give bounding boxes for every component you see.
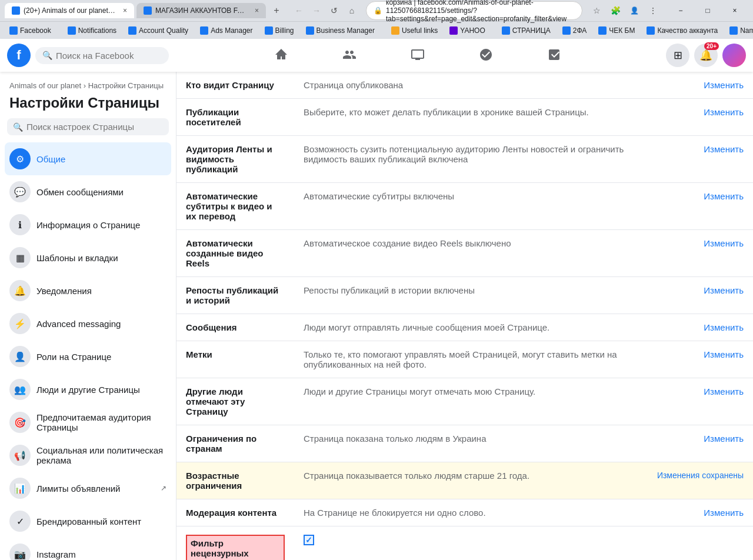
label-audience-visibility: Аудитория Ленты и видимость публикаций bbox=[176, 136, 294, 183]
bookmark-billing[interactable]: Billing bbox=[260, 25, 299, 36]
nav-groups[interactable] bbox=[453, 41, 519, 69]
bookmark-stranitsa[interactable]: СТРАНИЦА bbox=[497, 25, 555, 36]
edit-auto-reels[interactable]: Изменить bbox=[704, 238, 744, 248]
sidebar-item-people-label: Люди и другие Страницы bbox=[36, 385, 166, 395]
sidebar-item-instagram-label: Instagram bbox=[36, 549, 166, 559]
bookmark-yahoo[interactable]: YAHOO bbox=[445, 25, 489, 36]
value-country-restrictions: Страница показана только людям в Украина bbox=[294, 425, 648, 462]
profanity-filter-checkbox[interactable]: ✓ bbox=[304, 535, 314, 545]
edit-country-restrictions[interactable]: Изменить bbox=[704, 434, 744, 444]
facebook-logo[interactable]: f bbox=[7, 44, 31, 67]
profile-button[interactable]: 👤 bbox=[626, 2, 642, 19]
ad-limits-icon: 📊 bbox=[9, 478, 31, 499]
bookmark-name[interactable]: Name bbox=[725, 25, 753, 36]
bm-2fa-icon bbox=[562, 26, 571, 35]
sidebar-item-roles[interactable]: 👤 Роли на Странице bbox=[5, 340, 171, 373]
window-controls: − □ × bbox=[667, 1, 748, 20]
sidebar: Animals of our planet › Настройки Страни… bbox=[0, 72, 176, 560]
search-input[interactable] bbox=[56, 51, 162, 61]
value-auto-reels: Автоматическое создание видео Reels выкл… bbox=[294, 230, 648, 277]
bm-kach-icon bbox=[647, 26, 655, 35]
edit-audience-visibility[interactable]: Изменить bbox=[704, 144, 744, 154]
bookmark-chek-bm[interactable]: ЧЕК БМ bbox=[594, 25, 639, 36]
bm-2fa-label: 2ФА bbox=[573, 26, 587, 35]
tab2-close-btn[interactable]: × bbox=[255, 6, 259, 15]
sidebar-item-preferred-audience[interactable]: 🎯 Предпочитаемая аудитория Страницы bbox=[5, 406, 171, 439]
minimize-button[interactable]: − bbox=[667, 1, 694, 20]
edit-reposts[interactable]: Изменить bbox=[704, 285, 744, 295]
sidebar-item-templates[interactable]: ▦ Шаблоны и вкладки bbox=[5, 241, 171, 274]
extensions-button[interactable]: 🧩 bbox=[607, 2, 624, 19]
sidebar-item-page-info[interactable]: ℹ Информация о Странице bbox=[5, 208, 171, 241]
bookmark-kachestvo[interactable]: Качество аккаунта bbox=[642, 25, 722, 36]
bookmark-ads-manager[interactable]: Ads Manager bbox=[195, 25, 257, 36]
bookmark-notifications[interactable]: Notifications bbox=[63, 25, 121, 36]
browser-tab-inactive[interactable]: МАГАЗИН АККАУНТОВ FACEBO... × bbox=[136, 3, 266, 18]
refresh-button[interactable]: ↺ bbox=[326, 2, 342, 19]
edit-content-moderation[interactable]: Изменить bbox=[704, 508, 744, 518]
grid-icon-btn[interactable]: ⊞ bbox=[666, 44, 689, 67]
checkbox-check-icon: ✓ bbox=[305, 535, 312, 545]
star-button[interactable]: ☆ bbox=[588, 2, 605, 19]
nav-home[interactable] bbox=[248, 41, 314, 69]
sidebar-item-messaging[interactable]: 💬 Обмен сообщениями bbox=[5, 175, 171, 208]
bookmark-useful-links[interactable]: Useful links bbox=[387, 25, 442, 36]
action-age-restrictions: Изменения сохранены bbox=[648, 462, 753, 499]
edit-visitor-posts[interactable]: Изменить bbox=[704, 107, 744, 117]
sidebar-item-branded-label: Брендированный контент bbox=[36, 516, 166, 526]
label-auto-reels: Автоматически созданные видео Reels bbox=[176, 230, 294, 277]
bm-chek-icon bbox=[598, 26, 607, 35]
bm-notif-icon bbox=[68, 26, 76, 35]
sidebar-item-advanced-messaging[interactable]: ⚡ Advanced messaging bbox=[5, 307, 171, 340]
value-audience-visibility: Возможность сузить потенциальную аудитор… bbox=[294, 136, 648, 183]
notification-bell-btn[interactable]: 🔔 20+ bbox=[694, 44, 718, 67]
sidebar-search-input[interactable] bbox=[26, 122, 163, 132]
sidebar-item-people[interactable]: 👥 Люди и другие Страницы bbox=[5, 373, 171, 406]
tab-close-btn[interactable]: × bbox=[123, 6, 127, 15]
maximize-button[interactable]: □ bbox=[694, 1, 721, 20]
browser-tab-active[interactable]: (20+) Animals of our planet | Fac... × bbox=[5, 3, 134, 18]
home-button[interactable]: ⌂ bbox=[344, 2, 360, 19]
action-subtitles: Изменить bbox=[648, 183, 753, 230]
row-country-restrictions: Ограничения по странам Страница показана… bbox=[176, 425, 753, 462]
action-others-tag: Изменить bbox=[648, 378, 753, 425]
action-profanity-filter bbox=[648, 526, 753, 561]
sidebar-item-general[interactable]: ⚙ Общие bbox=[5, 142, 171, 175]
sidebar-item-branded[interactable]: ✓ Брендированный контент bbox=[5, 505, 171, 538]
sidebar-item-notifications[interactable]: 🔔 Уведомления bbox=[5, 274, 171, 307]
sidebar-search-bar[interactable]: 🔍 bbox=[7, 118, 169, 135]
bm-chek-label: ЧЕК БМ bbox=[609, 26, 635, 35]
edit-others-tag[interactable]: Изменить bbox=[704, 386, 744, 396]
header-right: ⊞ 🔔 20+ bbox=[666, 44, 746, 67]
sidebar-item-roles-label: Роли на Странице bbox=[36, 352, 166, 362]
back-button[interactable]: ← bbox=[291, 2, 307, 19]
bookmarks-bar: Facebook Notifications Account Quality A… bbox=[0, 21, 753, 39]
bookmark-2fa[interactable]: 2ФА bbox=[558, 25, 592, 36]
menu-button[interactable]: ⋮ bbox=[645, 2, 661, 19]
sidebar-item-ad-limits-label: Лимиты объявлений bbox=[36, 484, 155, 494]
value-tags: Только те, кто помогают управлять моей С… bbox=[294, 341, 648, 378]
edit-who-sees[interactable]: Изменить bbox=[704, 80, 744, 90]
sidebar-item-general-label: Общие bbox=[36, 154, 166, 164]
highlighted-label: Фильтр нецензурных выражений bbox=[186, 535, 285, 560]
edit-subtitles[interactable]: Изменить bbox=[704, 191, 744, 201]
bookmark-business-manager[interactable]: Business Manager bbox=[301, 25, 379, 36]
label-tags: Метки bbox=[176, 341, 294, 378]
nav-video[interactable] bbox=[385, 41, 451, 69]
forward-button[interactable]: → bbox=[308, 2, 325, 19]
edit-tags[interactable]: Изменить bbox=[704, 349, 744, 359]
bookmark-account-quality[interactable]: Account Quality bbox=[124, 25, 193, 36]
new-tab-button[interactable]: + bbox=[268, 2, 285, 19]
address-bar[interactable]: 🔒 корзина | facebook.com/Animals-of-our-… bbox=[366, 1, 582, 20]
user-avatar[interactable] bbox=[722, 44, 746, 67]
sidebar-item-instagram[interactable]: 📷 Instagram bbox=[5, 538, 171, 560]
nav-marketplace[interactable] bbox=[521, 41, 587, 69]
nav-friends[interactable] bbox=[316, 41, 382, 69]
bookmark-facebook[interactable]: Facebook bbox=[5, 25, 56, 36]
sidebar-item-political[interactable]: 📢 Социальная или политическая реклама bbox=[5, 439, 171, 472]
edit-messages[interactable]: Изменить bbox=[704, 322, 744, 332]
sidebar-item-ad-limits[interactable]: 📊 Лимиты объявлений ↗ bbox=[5, 472, 171, 505]
close-button[interactable]: × bbox=[721, 1, 748, 20]
search-bar[interactable]: 🔍 bbox=[35, 47, 169, 64]
value-reposts: Репосты публикаций в истории включены bbox=[294, 277, 648, 314]
